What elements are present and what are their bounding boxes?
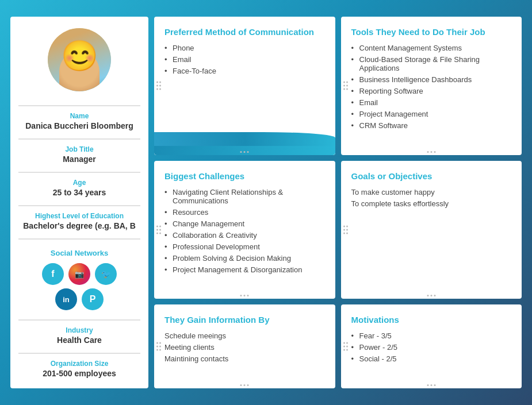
- challenges-list: Navigating Client Relationships & Commun…: [164, 188, 325, 274]
- tools-card: Tools They Need to Do Their Job Content …: [341, 17, 522, 155]
- motivations-card: Motivations Fear - 3/5 Power - 2/5 Socia…: [341, 304, 522, 388]
- industry-value: Health Care: [57, 335, 102, 345]
- resize-handle-bottom: [240, 295, 249, 296]
- list-item: Business Intelligence Dashboards: [351, 75, 512, 84]
- list-item: CRM Software: [351, 121, 512, 130]
- information-card: They Gain Information By Schedule meeing…: [154, 304, 335, 388]
- social-icons-container: f 📷 🐦: [42, 263, 117, 285]
- motivations-title: Motivations: [351, 315, 512, 325]
- challenges-title: Biggest Challenges: [164, 171, 325, 181]
- list-item: Problem Solving & Decision Making: [164, 254, 325, 263]
- goals-card: Goals or Objectives To make customer hap…: [341, 161, 522, 299]
- pinterest-icon[interactable]: P: [82, 288, 104, 310]
- motivations-list: Fear - 3/5 Power - 2/5 Social - 2/5: [351, 331, 512, 363]
- name-value: Danica Buccheri Bloomberg: [25, 121, 133, 130]
- information-item-2: Maintining contacts: [164, 354, 325, 363]
- communication-card: Preferred Method of Communication Phone …: [154, 17, 335, 155]
- list-item: Resources: [164, 208, 325, 217]
- resize-handle-bottom: [427, 295, 435, 296]
- tools-list: Content Management Systems Cloud-Based S…: [351, 44, 512, 130]
- social-networks-title: Social Networks: [51, 249, 108, 257]
- resize-handle-left: [343, 342, 348, 351]
- list-item: Reporting Software: [351, 87, 512, 95]
- list-item: Change Management: [164, 219, 325, 228]
- information-title: They Gain Information By: [164, 315, 325, 325]
- information-item-0: Schedule meeings: [164, 331, 325, 340]
- resize-handle-bottom: [427, 384, 435, 386]
- resize-handle-left: [156, 82, 161, 90]
- list-item: Professional Development: [164, 242, 325, 251]
- resize-handle-left: [156, 342, 161, 351]
- resize-handle-bottom: [427, 151, 435, 153]
- facebook-icon[interactable]: f: [42, 263, 64, 285]
- list-item: Phone: [164, 44, 325, 52]
- list-item: Social - 2/5: [351, 354, 512, 363]
- name-label: Name: [70, 112, 89, 120]
- tools-title: Tools They Need to Do Their Job: [351, 27, 512, 37]
- resize-handle-bottom: [240, 384, 249, 386]
- list-item: Project Management & Disorganization: [164, 265, 325, 274]
- communication-title: Preferred Method of Communication: [164, 27, 325, 37]
- industry-label: Industry: [66, 326, 93, 334]
- list-item: Project Management: [351, 110, 512, 118]
- list-item: Face-To-face: [164, 67, 325, 75]
- education-value: Bachelor's degree (e.g. BA, B: [23, 221, 136, 230]
- main-grid: Name Danica Buccheri Bloomberg Job Title…: [10, 17, 522, 388]
- resize-handle-left: [156, 225, 161, 234]
- profile-card: Name Danica Buccheri Bloomberg Job Title…: [10, 17, 148, 388]
- goals-title: Goals or Objectives: [351, 171, 512, 181]
- linkedin-icon[interactable]: in: [55, 288, 77, 310]
- twitter-icon[interactable]: 🐦: [95, 263, 117, 285]
- avatar: [48, 28, 111, 91]
- resize-handle-left: [343, 82, 348, 90]
- social-icons-row2: in P: [55, 288, 104, 310]
- communication-list: Phone Email Face-To-face: [164, 44, 325, 75]
- list-item: Power - 2/5: [351, 343, 512, 352]
- list-item: Email: [164, 55, 325, 64]
- age-value: 25 to 34 years: [53, 188, 106, 197]
- education-label: Highest Level of Education: [35, 212, 124, 220]
- information-item-1: Meeting clients: [164, 343, 325, 352]
- resize-handle-left: [343, 225, 348, 234]
- org-size-value: 201-500 employees: [43, 369, 116, 378]
- goals-item-1: To complete tasks effortlessly: [351, 199, 512, 208]
- org-size-label: Organization Size: [51, 360, 109, 368]
- challenges-card: Biggest Challenges Navigating Client Rel…: [154, 161, 335, 299]
- instagram-icon[interactable]: 📷: [68, 263, 90, 285]
- job-title-value: Manager: [63, 155, 96, 164]
- job-title-label: Job Title: [65, 145, 93, 153]
- list-item: Email: [351, 98, 512, 107]
- resize-handle-bottom: [240, 151, 249, 153]
- list-item: Content Management Systems: [351, 44, 512, 52]
- goals-item-0: To make customer happy: [351, 188, 512, 196]
- list-item: Collaboration & Creativity: [164, 231, 325, 240]
- list-item: Fear - 3/5: [351, 331, 512, 340]
- list-item: Navigating Client Relationships & Commun…: [164, 188, 325, 205]
- list-item: Cloud-Based Storage & File Sharing Appli…: [351, 55, 512, 72]
- age-label: Age: [73, 179, 86, 187]
